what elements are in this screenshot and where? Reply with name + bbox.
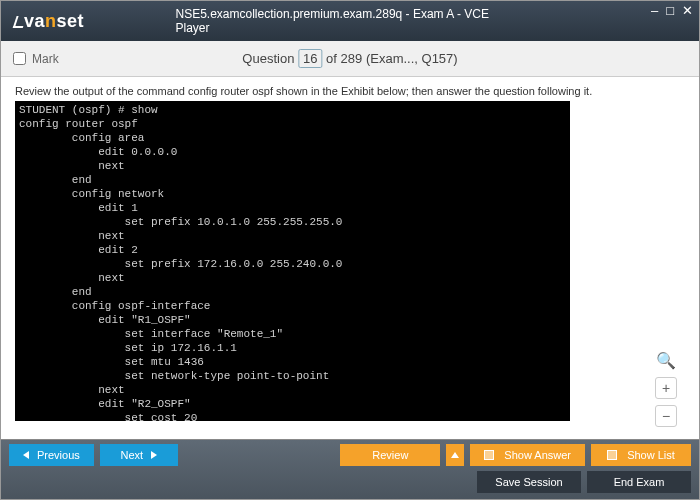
next-button[interactable]: Next	[100, 444, 178, 466]
zoom-out-button[interactable]: −	[655, 405, 677, 427]
question-number: 16	[298, 49, 322, 68]
previous-label: Previous	[37, 449, 80, 461]
window-controls: – □ ✕	[651, 3, 693, 18]
mark-label: Mark	[32, 52, 59, 66]
terminal-exhibit: STUDENT (ospf) # show config router ospf…	[15, 101, 570, 421]
zoom-controls: 🔍 + −	[655, 349, 677, 427]
maximize-icon[interactable]: □	[666, 3, 674, 18]
checkbox-icon	[607, 450, 617, 460]
app-logo: vanset	[15, 11, 84, 32]
of-word: of	[326, 51, 337, 66]
content-area: Review the output of the command config …	[1, 77, 699, 439]
show-answer-label: Show Answer	[504, 449, 571, 461]
titlebar: vanset NSE5.examcollection.premium.exam.…	[1, 1, 699, 41]
mark-checkbox[interactable]	[13, 52, 26, 65]
chevron-left-icon	[23, 451, 29, 459]
previous-button[interactable]: Previous	[9, 444, 94, 466]
chevron-right-icon	[151, 451, 157, 459]
show-list-label: Show List	[627, 449, 675, 461]
show-answer-button[interactable]: Show Answer	[470, 444, 585, 466]
review-button[interactable]: Review	[340, 444, 440, 466]
close-icon[interactable]: ✕	[682, 3, 693, 18]
footer-bar: Previous Next Review Show Answer Show Li…	[1, 439, 699, 499]
instruction-text: Review the output of the command config …	[15, 85, 685, 97]
chevron-up-icon	[451, 452, 459, 458]
window-title: NSE5.examcollection.premium.exam.289q - …	[176, 7, 525, 35]
next-label: Next	[120, 449, 143, 461]
question-header-bar: Mark Question 16 of 289 (Exam..., Q157)	[1, 41, 699, 77]
magnifier-icon[interactable]: 🔍	[655, 349, 677, 371]
mark-checkbox-wrap[interactable]: Mark	[13, 52, 59, 66]
review-label: Review	[372, 449, 408, 461]
question-detail: (Exam..., Q157)	[366, 51, 458, 66]
question-total: 289	[341, 51, 363, 66]
end-exam-button[interactable]: End Exam	[587, 471, 691, 493]
question-indicator: Question 16 of 289 (Exam..., Q157)	[242, 51, 457, 66]
minimize-icon[interactable]: –	[651, 3, 658, 18]
question-word: Question	[242, 51, 294, 66]
review-dropdown-button[interactable]	[446, 444, 464, 466]
show-list-button[interactable]: Show List	[591, 444, 691, 466]
save-session-button[interactable]: Save Session	[477, 471, 581, 493]
checkbox-icon	[484, 450, 494, 460]
zoom-in-button[interactable]: +	[655, 377, 677, 399]
